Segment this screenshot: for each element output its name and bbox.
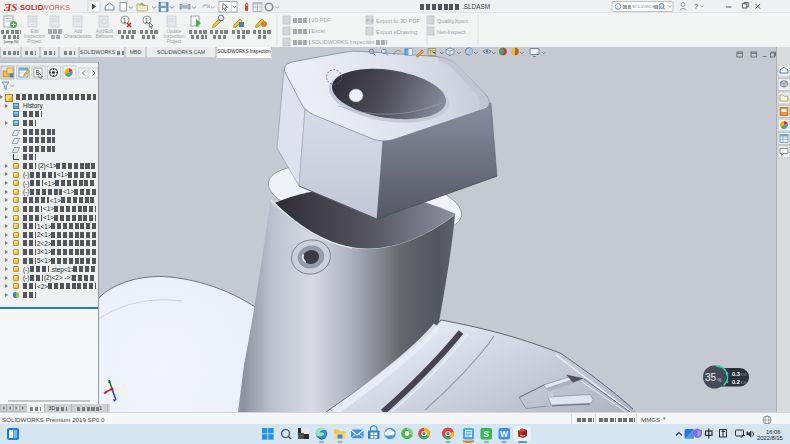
svg-text:2022/8/15: 2022/8/15 xyxy=(757,435,783,441)
svg-text:QualityXpert: QualityXpert xyxy=(437,18,468,24)
svg-text:?: ? xyxy=(694,2,698,11)
svg-text:0.3: 0.3 xyxy=(732,371,740,377)
svg-text:35: 35 xyxy=(705,372,717,383)
svg-text:0.2: 0.2 xyxy=(732,379,740,385)
svg-text:.SLDASM: .SLDASM xyxy=(462,3,490,10)
svg-text:S: S xyxy=(483,429,489,439)
svg-text:K/S: K/S xyxy=(741,373,747,377)
svg-text:SOLID: SOLID xyxy=(20,3,44,12)
svg-text:W: W xyxy=(500,429,509,439)
svg-text:Net-Inspect: Net-Inspect xyxy=(437,29,466,35)
svg-text:16:06: 16:06 xyxy=(766,429,781,435)
svg-text:WORKS: WORKS xyxy=(42,3,71,12)
svg-text:1: 1 xyxy=(123,17,127,24)
svg-text:Export eDrawing: Export eDrawing xyxy=(376,29,417,35)
svg-text:1: 1 xyxy=(145,17,149,24)
svg-text:%: % xyxy=(718,378,722,383)
svg-text:K/S: K/S xyxy=(741,381,747,385)
svg-text:i: i xyxy=(617,4,618,10)
svg-text:Export to 3D PDF: Export to 3D PDF xyxy=(376,18,420,24)
svg-text:ƎS: ƎS xyxy=(3,1,17,13)
